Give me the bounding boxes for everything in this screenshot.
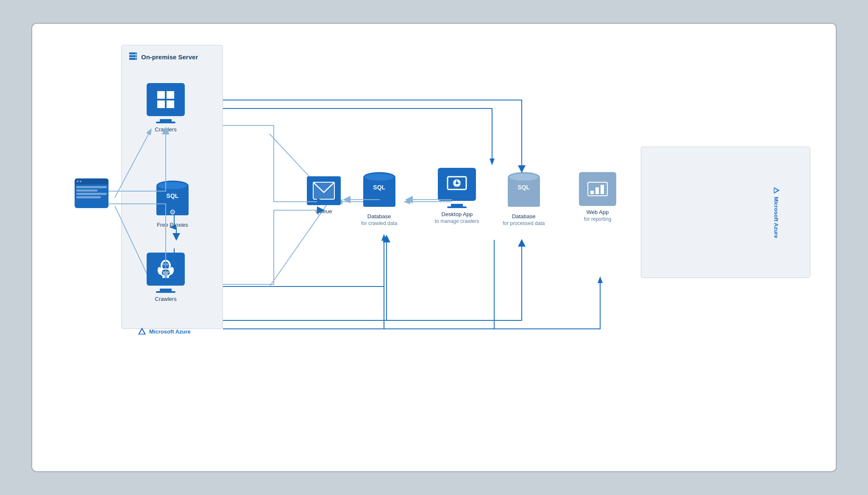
desktop-app-label: Desktop App [442,211,473,218]
azure-bottom-label: Microsoft Azure [149,328,191,335]
svg-point-4 [136,56,136,57]
db-crawled-sublabel: for crawled data [361,220,397,226]
svg-point-5 [136,58,136,59]
svg-point-40 [456,182,458,184]
queue-label: Queue [315,208,332,215]
crawlers-linux-node: Crawlers [147,253,185,303]
azure-right-label: Microsoft Azure [773,197,780,238]
svg-rect-43 [595,187,599,194]
svg-point-30 [161,270,170,275]
desktop-app-sublabel: to manage crawlers [435,218,479,224]
svg-rect-19 [157,91,165,99]
svg-rect-44 [601,185,604,194]
svg-point-27 [164,264,164,265]
free-proxies-node: SQL ⚙ Free Proxies [156,181,189,229]
db-processed-node: SQL Database for processed data [503,172,545,226]
db-crawled-label: Database [367,213,391,220]
crawlers-windows-label: Crawlers [155,126,176,133]
azure-side-label: Microsoft Azure [773,186,780,238]
crawlers-windows-node: Crawlers [147,83,185,133]
svg-rect-31 [162,276,165,278]
svg-rect-42 [590,191,594,194]
server-icon [128,51,138,63]
web-app-node: Web App for reporting [579,172,616,222]
svg-rect-32 [167,276,169,278]
free-proxies-label: Free Proxies [157,221,188,229]
db-processed-label: Database [512,213,536,220]
browser-node [75,178,108,208]
web-app-label: Web App [587,209,609,216]
desktop-app-node: Desktop App to manage crawlers [435,168,479,224]
svg-rect-20 [167,91,174,99]
diagram-container: On-premise Server Microsoft Azure [31,23,837,472]
svg-rect-22 [167,100,174,108]
web-app-sublabel: for reporting [584,216,612,222]
db-processed-sublabel: for processed data [503,220,545,226]
svg-point-3 [136,53,136,54]
azure-cloud-box: Microsoft Azure [641,147,810,278]
onprem-title: On-premise Server [141,53,198,61]
crawlers-linux-label: Crawlers [155,295,176,303]
queue-node: Queue [307,176,341,215]
db-crawled-node: SQL Database for crawled data [361,172,397,226]
azure-bottom-label-node: Microsoft Azure [137,327,191,336]
svg-point-28 [167,264,168,265]
svg-rect-21 [157,100,165,108]
